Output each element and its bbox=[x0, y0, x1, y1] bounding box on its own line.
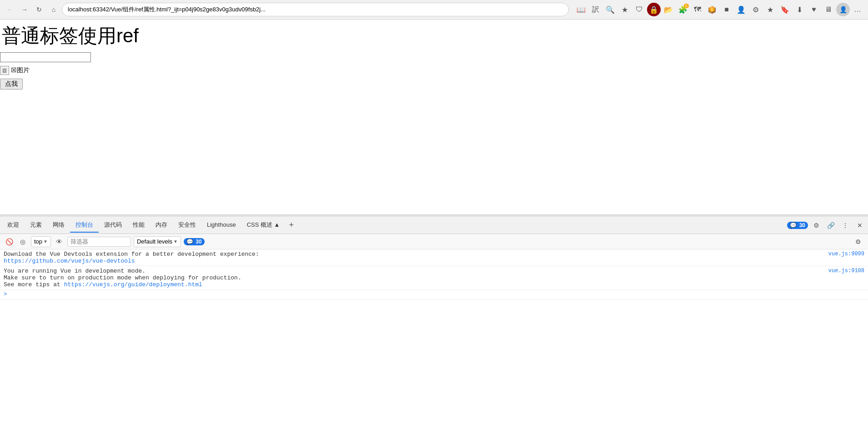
ext4-button[interactable]: 🧩6 bbox=[676, 3, 690, 16]
clear-console-button[interactable]: 🚫 bbox=[4, 236, 15, 247]
msg-count-badge: 💬 30 bbox=[184, 238, 205, 245]
ext3-button[interactable]: 📂 bbox=[662, 3, 675, 16]
ext1-button[interactable]: 🛡 bbox=[632, 3, 646, 16]
tab-network[interactable]: 网络 bbox=[47, 218, 70, 233]
badge-count: 30 bbox=[799, 222, 805, 229]
browser-toolbar-icons: 📖 訳 🔍 ★ 🛡 🔒 📂 🧩6 🗺 📦6 ■ 👤 ⚙ ★ 🔖 ⬇ ♥ 🖥 👤 … bbox=[574, 3, 864, 16]
msg-badge-count: 30 bbox=[196, 239, 201, 245]
devtools-tabs: 欢迎 元素 网络 控制台 源代码 性能 内存 安全性 Lighthouse CS… bbox=[0, 217, 868, 234]
ext2-button[interactable]: 🔒 bbox=[647, 3, 661, 16]
add-tab-button[interactable]: + bbox=[285, 219, 297, 231]
click-button[interactable]: 点我 bbox=[0, 79, 23, 90]
ref-input[interactable] bbox=[0, 52, 91, 62]
reload-button[interactable]: ↻ bbox=[33, 3, 45, 16]
tab-sources[interactable]: 源代码 bbox=[99, 218, 127, 233]
console-msg-link-1[interactable]: https://github.com/vuejs/vue-devtools bbox=[4, 258, 135, 264]
msg-badge-icon: 💬 bbox=[186, 239, 193, 245]
console-message-2: You are running Vue in development mode.… bbox=[0, 266, 868, 290]
tab-performance[interactable]: 性能 bbox=[127, 218, 150, 233]
expand-arrow[interactable]: > bbox=[4, 291, 7, 298]
page-content: 普通标签使用ref 🖼 ☒图片 点我 bbox=[0, 20, 868, 197]
console-msg-source-1[interactable]: vue.js:9099 bbox=[828, 251, 864, 257]
console-msg-line-1: Download the Vue Devtools extension for … bbox=[4, 251, 259, 258]
ext9-button[interactable]: ⚙ bbox=[749, 3, 763, 16]
tab-security[interactable]: 安全性 bbox=[173, 218, 201, 233]
address-bar[interactable] bbox=[62, 3, 569, 16]
context-label: top bbox=[34, 238, 42, 245]
translate-button[interactable]: 訳 bbox=[589, 3, 602, 16]
console-msg-text-1: Download the Vue Devtools extension for … bbox=[4, 251, 825, 264]
home-button[interactable]: ⌂ bbox=[47, 3, 60, 16]
devtools-close-button[interactable]: ✕ bbox=[853, 219, 866, 232]
favorites-button[interactable]: ★ bbox=[618, 3, 632, 16]
more-button[interactable]: … bbox=[851, 3, 864, 16]
tab-css-overview[interactable]: CSS 概述 ▲ bbox=[241, 218, 286, 233]
level-select[interactable]: Default levels ▼ bbox=[134, 236, 181, 247]
browser-chrome: ← → ↻ ⌂ 📖 訳 🔍 ★ 🛡 🔒 📂 🧩6 🗺 📦6 ■ 👤 ⚙ ★ 🔖 … bbox=[0, 0, 868, 20]
devtools-settings-button[interactable]: ⚙ bbox=[810, 219, 823, 232]
chevron-down-icon: ▼ bbox=[43, 239, 48, 244]
console-msg-line-2b: Make sure to turn on production mode whe… bbox=[4, 274, 241, 281]
console-badge: 💬 30 bbox=[787, 222, 808, 229]
console-msg-link-2[interactable]: https://vuejs.org/guide/deployment.html bbox=[64, 281, 202, 288]
devtools-tab-icons: 💬 30 ⚙ 🔗 ⋮ ✕ bbox=[787, 219, 866, 232]
level-chevron-icon: ▼ bbox=[173, 239, 178, 244]
nav-bar: ← → ↻ ⌂ 📖 訳 🔍 ★ 🛡 🔒 📂 🧩6 🗺 📦6 ■ 👤 ⚙ ★ 🔖 … bbox=[0, 0, 868, 19]
profile-button[interactable]: 👤 bbox=[836, 3, 850, 16]
ext5-button[interactable]: 🗺 bbox=[691, 3, 704, 16]
back-button[interactable]: ← bbox=[4, 3, 16, 16]
badge-icon: 💬 bbox=[790, 222, 797, 229]
search-button[interactable]: 🔍 bbox=[603, 3, 617, 16]
ext12-button[interactable]: ⬇ bbox=[793, 3, 806, 16]
filter-input[interactable] bbox=[67, 237, 131, 247]
tab-welcome[interactable]: 欢迎 bbox=[2, 218, 25, 233]
ext10-button[interactable]: ★ bbox=[763, 3, 777, 16]
ext6-button[interactable]: 📦6 bbox=[705, 3, 719, 16]
devtools-toolbar: 🚫 ◎ top ▼ 👁 Default levels ▼ 💬 30 ⚙ bbox=[0, 234, 868, 249]
tab-lighthouse[interactable]: Lighthouse bbox=[201, 219, 241, 232]
ext14-button[interactable]: 🖥 bbox=[822, 3, 835, 16]
tab-console[interactable]: 控制台 bbox=[70, 218, 99, 233]
console-msg-text-2: You are running Vue in development mode.… bbox=[4, 268, 825, 288]
devtools-panel: 欢迎 元素 网络 控制台 源代码 性能 内存 安全性 Lighthouse CS… bbox=[0, 214, 868, 428]
level-label: Default levels bbox=[137, 238, 172, 245]
console-msg-line-2a: You are running Vue in development mode. bbox=[4, 268, 146, 274]
filter-toggle-button[interactable]: ◎ bbox=[17, 236, 28, 247]
reader-mode-button[interactable]: 📖 bbox=[574, 3, 588, 16]
ext8-button[interactable]: 👤 bbox=[734, 3, 748, 16]
tab-elements[interactable]: 元素 bbox=[25, 218, 47, 233]
img-label: ☒图片 bbox=[11, 66, 30, 75]
ext7-button[interactable]: ■ bbox=[720, 3, 733, 16]
console-expand-row: > bbox=[0, 290, 868, 300]
console-msg-line-2c: See more tips at bbox=[4, 281, 64, 288]
console-output: Download the Vue Devtools extension for … bbox=[0, 249, 868, 428]
ext11-button[interactable]: 🔖 bbox=[778, 3, 792, 16]
page-title: 普通标签使用ref bbox=[0, 23, 868, 49]
forward-button[interactable]: → bbox=[18, 3, 31, 16]
devtools-more-button[interactable]: ⋮ bbox=[839, 219, 852, 232]
console-message-1: Download the Vue Devtools extension for … bbox=[0, 249, 868, 266]
eye-button[interactable]: 👁 bbox=[54, 236, 65, 247]
context-select[interactable]: top ▼ bbox=[31, 236, 51, 247]
devtools-remote-button[interactable]: 🔗 bbox=[824, 219, 837, 232]
ext13-button[interactable]: ♥ bbox=[807, 3, 821, 16]
broken-image: 🖼 ☒图片 bbox=[0, 66, 868, 75]
console-settings-button[interactable]: ⚙ bbox=[852, 235, 864, 248]
console-msg-source-2[interactable]: vue.js:9108 bbox=[828, 268, 864, 274]
tab-memory[interactable]: 内存 bbox=[150, 218, 173, 233]
broken-img-icon: 🖼 bbox=[0, 66, 9, 75]
